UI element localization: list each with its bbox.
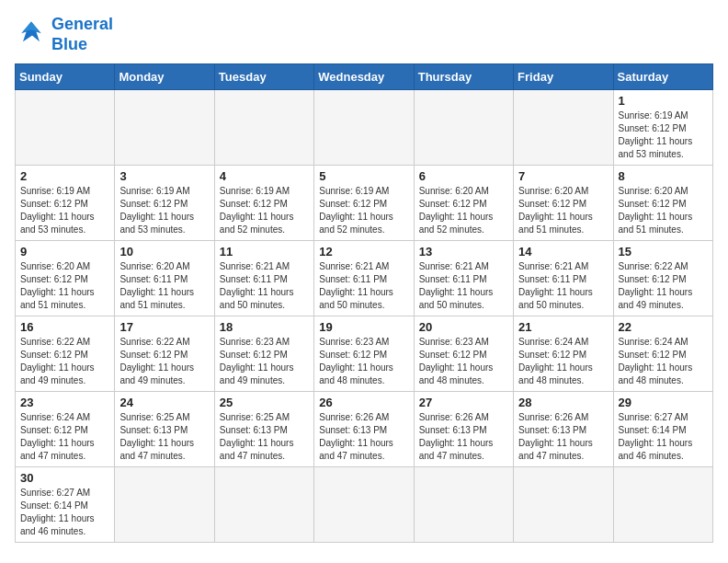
weekday-header-thursday: Thursday (414, 64, 513, 90)
calendar-cell: 18Sunrise: 6:23 AM Sunset: 6:12 PM Dayli… (214, 316, 313, 392)
calendar-week-1: 1Sunrise: 6:19 AM Sunset: 6:12 PM Daylig… (16, 90, 713, 166)
day-info: Sunrise: 6:22 AM Sunset: 6:12 PM Dayligh… (619, 260, 708, 312)
calendar-cell: 25Sunrise: 6:25 AM Sunset: 6:13 PM Dayli… (214, 392, 313, 467)
calendar-cell: 27Sunrise: 6:26 AM Sunset: 6:13 PM Dayli… (414, 392, 513, 467)
calendar-week-2: 2Sunrise: 6:19 AM Sunset: 6:12 PM Daylig… (16, 166, 713, 241)
day-info: Sunrise: 6:20 AM Sunset: 6:11 PM Dayligh… (119, 260, 209, 312)
calendar-cell (514, 90, 613, 166)
day-number: 24 (119, 396, 209, 409)
calendar-cell: 6Sunrise: 6:20 AM Sunset: 6:12 PM Daylig… (414, 166, 513, 241)
day-number: 17 (119, 320, 209, 334)
calendar-cell: 8Sunrise: 6:20 AM Sunset: 6:12 PM Daylig… (613, 166, 712, 241)
day-info: Sunrise: 6:23 AM Sunset: 6:12 PM Dayligh… (220, 336, 309, 387)
day-number: 25 (220, 396, 309, 409)
calendar-week-4: 16Sunrise: 6:22 AM Sunset: 6:12 PM Dayli… (16, 316, 713, 392)
weekday-header-sunday: Sunday (16, 64, 115, 90)
calendar-cell (514, 467, 613, 543)
calendar-cell: 28Sunrise: 6:26 AM Sunset: 6:13 PM Dayli… (514, 392, 613, 467)
calendar-week-3: 9Sunrise: 6:20 AM Sunset: 6:12 PM Daylig… (16, 241, 713, 316)
day-info: Sunrise: 6:24 AM Sunset: 6:12 PM Dayligh… (619, 336, 708, 387)
day-number: 3 (119, 169, 209, 183)
day-info: Sunrise: 6:27 AM Sunset: 6:14 PM Dayligh… (619, 411, 708, 463)
day-number: 27 (419, 396, 508, 409)
logo: General Blue (15, 15, 113, 54)
day-info: Sunrise: 6:21 AM Sunset: 6:11 PM Dayligh… (419, 260, 508, 312)
day-number: 2 (20, 169, 109, 183)
day-number: 18 (220, 320, 309, 334)
calendar-cell (115, 90, 214, 166)
day-info: Sunrise: 6:20 AM Sunset: 6:12 PM Dayligh… (619, 185, 708, 236)
logo-text: General Blue (51, 15, 113, 54)
day-number: 28 (518, 396, 608, 409)
day-number: 19 (319, 320, 408, 334)
day-info: Sunrise: 6:19 AM Sunset: 6:12 PM Dayligh… (119, 185, 209, 236)
day-info: Sunrise: 6:26 AM Sunset: 6:13 PM Dayligh… (419, 411, 508, 463)
day-number: 9 (20, 245, 109, 259)
calendar-cell (314, 467, 414, 543)
calendar-cell: 29Sunrise: 6:27 AM Sunset: 6:14 PM Dayli… (613, 392, 712, 467)
weekday-header-row: SundayMondayTuesdayWednesdayThursdayFrid… (16, 64, 713, 90)
calendar-cell: 5Sunrise: 6:19 AM Sunset: 6:12 PM Daylig… (314, 166, 414, 241)
day-number: 7 (518, 169, 608, 183)
calendar-cell: 16Sunrise: 6:22 AM Sunset: 6:12 PM Dayli… (16, 316, 115, 392)
day-info: Sunrise: 6:24 AM Sunset: 6:12 PM Dayligh… (518, 336, 608, 387)
calendar-week-5: 23Sunrise: 6:24 AM Sunset: 6:12 PM Dayli… (16, 392, 713, 467)
day-number: 29 (619, 396, 708, 409)
day-number: 8 (619, 169, 708, 183)
day-number: 20 (419, 320, 508, 334)
day-number: 21 (518, 320, 608, 334)
day-info: Sunrise: 6:20 AM Sunset: 6:12 PM Dayligh… (419, 185, 508, 236)
day-info: Sunrise: 6:21 AM Sunset: 6:11 PM Dayligh… (220, 260, 309, 312)
calendar-cell: 24Sunrise: 6:25 AM Sunset: 6:13 PM Dayli… (115, 392, 214, 467)
day-info: Sunrise: 6:19 AM Sunset: 6:12 PM Dayligh… (220, 185, 309, 236)
calendar-cell: 26Sunrise: 6:26 AM Sunset: 6:13 PM Dayli… (314, 392, 414, 467)
day-info: Sunrise: 6:24 AM Sunset: 6:12 PM Dayligh… (20, 411, 109, 463)
calendar-cell: 2Sunrise: 6:19 AM Sunset: 6:12 PM Daylig… (16, 166, 115, 241)
day-number: 26 (319, 396, 408, 409)
calendar-cell: 15Sunrise: 6:22 AM Sunset: 6:12 PM Dayli… (613, 241, 712, 316)
day-info: Sunrise: 6:26 AM Sunset: 6:13 PM Dayligh… (518, 411, 608, 463)
day-info: Sunrise: 6:22 AM Sunset: 6:12 PM Dayligh… (20, 336, 109, 387)
weekday-header-saturday: Saturday (613, 64, 712, 90)
day-number: 30 (20, 471, 109, 485)
calendar-cell: 30Sunrise: 6:27 AM Sunset: 6:14 PM Dayli… (16, 467, 115, 543)
day-number: 23 (20, 396, 109, 409)
weekday-header-monday: Monday (115, 64, 214, 90)
day-info: Sunrise: 6:19 AM Sunset: 6:12 PM Dayligh… (619, 109, 708, 161)
calendar-cell: 4Sunrise: 6:19 AM Sunset: 6:12 PM Daylig… (214, 166, 313, 241)
day-info: Sunrise: 6:22 AM Sunset: 6:12 PM Dayligh… (119, 336, 209, 387)
page-header: General Blue (15, 15, 713, 54)
day-info: Sunrise: 6:19 AM Sunset: 6:12 PM Dayligh… (319, 185, 408, 236)
day-number: 6 (419, 169, 508, 183)
calendar-cell (115, 467, 214, 543)
calendar-cell: 17Sunrise: 6:22 AM Sunset: 6:12 PM Dayli… (115, 316, 214, 392)
calendar-cell (314, 90, 414, 166)
weekday-header-friday: Friday (514, 64, 613, 90)
day-number: 11 (220, 245, 309, 259)
day-info: Sunrise: 6:25 AM Sunset: 6:13 PM Dayligh… (220, 411, 309, 463)
day-info: Sunrise: 6:27 AM Sunset: 6:14 PM Dayligh… (20, 487, 109, 538)
calendar-cell: 1Sunrise: 6:19 AM Sunset: 6:12 PM Daylig… (613, 90, 712, 166)
calendar-cell: 3Sunrise: 6:19 AM Sunset: 6:12 PM Daylig… (115, 166, 214, 241)
day-number: 4 (220, 169, 309, 183)
day-info: Sunrise: 6:21 AM Sunset: 6:11 PM Dayligh… (319, 260, 408, 312)
calendar-cell: 20Sunrise: 6:23 AM Sunset: 6:12 PM Dayli… (414, 316, 513, 392)
calendar-cell: 23Sunrise: 6:24 AM Sunset: 6:12 PM Dayli… (16, 392, 115, 467)
calendar-cell: 19Sunrise: 6:23 AM Sunset: 6:12 PM Dayli… (314, 316, 414, 392)
calendar-cell (414, 467, 513, 543)
day-info: Sunrise: 6:20 AM Sunset: 6:12 PM Dayligh… (518, 185, 608, 236)
day-info: Sunrise: 6:25 AM Sunset: 6:13 PM Dayligh… (119, 411, 209, 463)
calendar-cell: 13Sunrise: 6:21 AM Sunset: 6:11 PM Dayli… (414, 241, 513, 316)
day-number: 10 (119, 245, 209, 259)
day-number: 5 (319, 169, 408, 183)
calendar-cell: 21Sunrise: 6:24 AM Sunset: 6:12 PM Dayli… (514, 316, 613, 392)
day-number: 16 (20, 320, 109, 334)
calendar-cell: 11Sunrise: 6:21 AM Sunset: 6:11 PM Dayli… (214, 241, 313, 316)
day-number: 13 (419, 245, 508, 259)
calendar-cell: 10Sunrise: 6:20 AM Sunset: 6:11 PM Dayli… (115, 241, 214, 316)
day-info: Sunrise: 6:26 AM Sunset: 6:13 PM Dayligh… (319, 411, 408, 463)
day-number: 1 (619, 94, 708, 108)
day-info: Sunrise: 6:21 AM Sunset: 6:11 PM Dayligh… (518, 260, 608, 312)
calendar-cell: 12Sunrise: 6:21 AM Sunset: 6:11 PM Dayli… (314, 241, 414, 316)
day-info: Sunrise: 6:23 AM Sunset: 6:12 PM Dayligh… (419, 336, 508, 387)
